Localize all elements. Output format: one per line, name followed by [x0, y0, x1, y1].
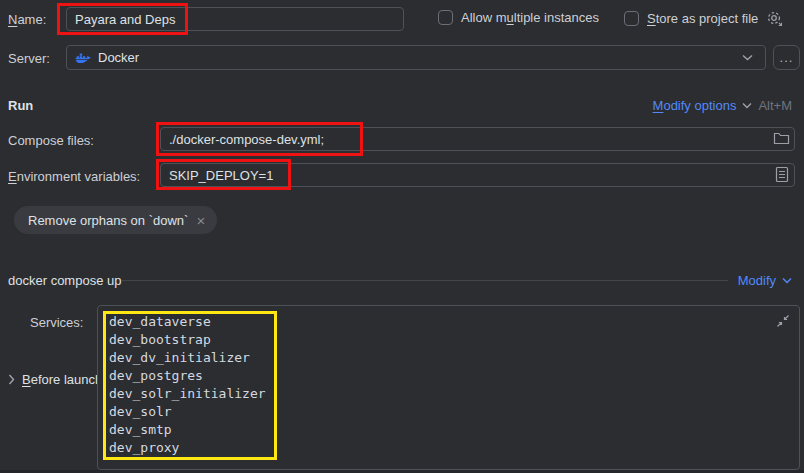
browse-servers-button[interactable]: ...: [773, 45, 800, 70]
modify-row: Modify: [738, 273, 792, 288]
name-input[interactable]: [66, 7, 404, 31]
chevron-down-icon[interactable]: [782, 277, 792, 284]
modify-options-shortcut: Alt+M: [758, 98, 792, 113]
run-configuration-dialog: Name: Allow multiple instances Store as …: [0, 0, 804, 473]
store-as-project-file-checkbox-row: Store as project file: [624, 10, 783, 27]
before-launch-row[interactable]: Before launch: [8, 372, 102, 387]
chevron-down-icon[interactable]: [742, 102, 752, 109]
env-list-icon[interactable]: [775, 166, 789, 183]
chevron-down-icon: [742, 54, 753, 61]
name-label: Name:: [8, 12, 46, 27]
allow-multiple-instances-checkbox[interactable]: [438, 10, 453, 25]
server-value: Docker: [98, 50, 139, 65]
allow-multiple-instances-checkbox-row: Allow multiple instances: [438, 10, 599, 25]
collapse-icon[interactable]: [775, 313, 791, 329]
modify-options-link[interactable]: Modify options: [653, 98, 737, 113]
docker-icon: [75, 50, 91, 66]
store-as-project-file-label: Store as project file: [647, 11, 758, 26]
remove-orphans-chip[interactable]: Remove orphans on `down` ×: [14, 206, 217, 234]
compose-up-section-title: docker compose up: [8, 273, 121, 288]
compose-files-input[interactable]: [160, 127, 795, 151]
run-section-title: Run: [8, 98, 33, 113]
compose-files-label: Compose files:: [8, 133, 94, 148]
services-list: dev_dataverse dev_bootstrap dev_dv_initi…: [109, 313, 799, 457]
store-as-project-file-checkbox[interactable]: [624, 11, 639, 26]
remove-orphans-chip-label: Remove orphans on `down`: [28, 213, 188, 228]
services-textarea[interactable]: dev_dataverse dev_bootstrap dev_dv_initi…: [97, 305, 800, 470]
section-divider: [122, 280, 728, 281]
environment-variables-label: Environment variables:: [8, 169, 140, 184]
server-label: Server:: [8, 51, 50, 66]
services-label: Services:: [30, 315, 83, 330]
gear-icon[interactable]: [766, 10, 783, 27]
server-select[interactable]: Docker: [66, 45, 766, 70]
chip-close-icon[interactable]: ×: [196, 213, 205, 228]
environment-variables-input[interactable]: [160, 163, 795, 187]
folder-icon[interactable]: [773, 131, 790, 146]
modify-link[interactable]: Modify: [738, 273, 776, 288]
chevron-right-icon[interactable]: [8, 374, 15, 385]
allow-multiple-instances-label: Allow multiple instances: [461, 10, 599, 25]
before-launch-label: Before launch: [22, 372, 102, 387]
modify-options-row: Modify options Alt+M: [653, 98, 792, 113]
